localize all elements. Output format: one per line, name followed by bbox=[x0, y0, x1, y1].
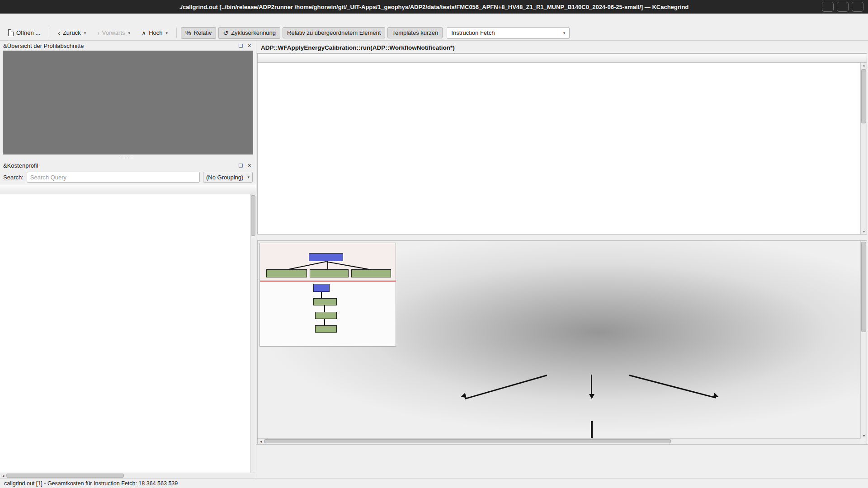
cycle-detection-toggle[interactable]: ↺ Zykluserkennung bbox=[218, 27, 280, 39]
close-panel-icon[interactable]: ✕ bbox=[246, 162, 253, 169]
status-text: callgrind.out [1] - Gesamtkosten für Ins… bbox=[4, 480, 178, 487]
search-row: Search: Search Query (No Grouping) ▾ bbox=[0, 170, 256, 184]
close-panel-icon[interactable]: ✕ bbox=[246, 42, 253, 49]
float-panel-icon[interactable]: ❏ bbox=[237, 162, 244, 169]
scroll-left-icon[interactable]: ◂ bbox=[258, 439, 264, 444]
source-code-view: ▴ ▾ bbox=[257, 53, 867, 235]
back-button[interactable]: ‹ Zurück ▾ bbox=[53, 27, 90, 39]
cost-profile-header: &Kostenprofil ❏ ✕ bbox=[0, 160, 256, 170]
app-window: ./callgrind.out [../bin/release/ADP2runn… bbox=[0, 0, 868, 488]
relative-toggle[interactable]: % Relativ bbox=[181, 27, 216, 39]
window-title: ./callgrind.out [../bin/release/ADP2runn… bbox=[179, 4, 689, 10]
close-button[interactable] bbox=[852, 2, 863, 12]
scroll-left-icon[interactable]: ◂ bbox=[0, 474, 6, 478]
chevron-down-icon: ▾ bbox=[563, 31, 566, 35]
scroll-down-icon[interactable]: ▾ bbox=[861, 434, 867, 438]
search-label: Search: bbox=[3, 174, 24, 181]
open-button[interactable]: Öffnen ... bbox=[4, 27, 45, 38]
table-body bbox=[0, 194, 256, 473]
toolbar-separator bbox=[176, 28, 177, 38]
back-dropdown-icon[interactable]: ▾ bbox=[84, 31, 86, 35]
tab-bar-bottom bbox=[256, 444, 868, 445]
vertical-scrollbar[interactable]: ▴ ▾ bbox=[860, 63, 867, 234]
open-file-icon bbox=[8, 29, 14, 36]
float-panel-icon[interactable]: ❏ bbox=[237, 42, 244, 49]
status-bar: callgrind.out [1] - Gesamtkosten für Ins… bbox=[0, 478, 868, 488]
source-body bbox=[258, 63, 867, 234]
shorten-templates-toggle[interactable]: Templates kürzen bbox=[387, 27, 443, 38]
minimize-button[interactable] bbox=[822, 2, 834, 12]
event-type-select[interactable]: Instruction Fetch ▾ bbox=[447, 27, 570, 39]
toolbar: Öffnen ... ‹ Zurück ▾ › Vorwärts ▾ ∧ Hoc… bbox=[0, 25, 868, 41]
splitter-handle[interactable] bbox=[256, 235, 868, 240]
viewport-indicator bbox=[260, 281, 396, 282]
forward-icon: › bbox=[97, 29, 99, 37]
cycle-icon: ↺ bbox=[223, 29, 228, 37]
splitter-handle[interactable]: ······ bbox=[0, 155, 256, 160]
forward-dropdown-icon[interactable]: ▾ bbox=[128, 31, 130, 35]
source-header[interactable] bbox=[258, 54, 867, 63]
up-dropdown-icon[interactable]: ▾ bbox=[166, 31, 168, 35]
function-dock: ADP::WFApplyEnergyCalibration::run(ADP::… bbox=[256, 41, 868, 478]
parts-overview-treemap[interactable] bbox=[3, 51, 253, 155]
up-icon: ∧ bbox=[142, 29, 146, 37]
percent-icon: % bbox=[185, 29, 191, 37]
up-button[interactable]: ∧ Hoch ▾ bbox=[137, 27, 172, 39]
cost-profile-table: ◂ bbox=[0, 184, 256, 478]
left-dock: &Übersicht der Profilabschnitte ❏ ✕ ····… bbox=[0, 41, 256, 478]
title-bar: ./callgrind.out [../bin/release/ADP2runn… bbox=[0, 0, 868, 14]
chevron-down-icon: ▾ bbox=[247, 175, 250, 179]
scroll-up-icon[interactable]: ▴ bbox=[861, 63, 867, 67]
vertical-scrollbar[interactable] bbox=[250, 194, 256, 473]
back-icon: ‹ bbox=[58, 29, 60, 37]
graph-birdseye-overview[interactable] bbox=[259, 243, 396, 347]
toolbar-separator bbox=[49, 28, 49, 38]
search-input[interactable]: Search Query bbox=[27, 172, 200, 183]
horizontal-scrollbar[interactable]: ◂ bbox=[258, 438, 860, 444]
table-header[interactable] bbox=[0, 184, 256, 194]
horizontal-scrollbar[interactable]: ◂ bbox=[0, 473, 256, 478]
maximize-button[interactable] bbox=[837, 2, 849, 12]
vertical-scrollbar[interactable]: ▾ bbox=[860, 241, 867, 438]
grouping-select[interactable]: (No Grouping) ▾ bbox=[203, 172, 253, 183]
relative-to-parent-toggle[interactable]: Relativ zu übergeordnetem Element bbox=[283, 27, 385, 38]
menu-bar bbox=[0, 14, 868, 25]
call-graph-view[interactable]: ◂ ▾ bbox=[257, 240, 867, 444]
window-controls bbox=[822, 2, 863, 12]
scroll-down-icon[interactable]: ▾ bbox=[861, 230, 867, 234]
forward-button[interactable]: › Vorwärts ▾ bbox=[93, 27, 135, 39]
page-title: ADP::WFApplyEnergyCalibration::run(ADP::… bbox=[256, 41, 868, 53]
parts-overview-header: &Übersicht der Profilabschnitte ❏ ✕ bbox=[0, 41, 256, 51]
